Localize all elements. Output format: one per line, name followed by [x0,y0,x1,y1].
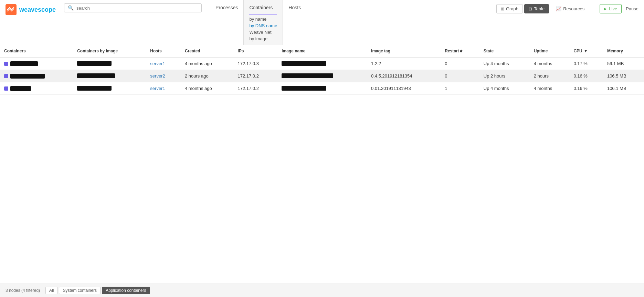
col-hosts[interactable]: Hosts [146,45,181,57]
cell-image-tag: 0.4.5.201912181354 [367,70,441,82]
pause-label: Pause [626,6,638,11]
nav-item-processes[interactable]: Processes [210,0,243,14]
col-image-tag[interactable]: Image tag [367,45,441,57]
table-button[interactable]: ⊟ Table [524,4,549,13]
cell-cpu: 0.16 % [569,70,603,82]
cell-created: 4 months ago [181,57,234,70]
cell-state: Up 4 months [479,57,530,70]
data-table: Containers Containers by image Hosts Cre… [0,45,644,95]
server-link[interactable]: server1 [150,61,165,66]
nav-label-hosts: Hosts [288,5,301,14]
logo-text: weavescope [19,6,56,13]
live-button[interactable]: ▶ Live [600,4,622,13]
main-content: Containers Containers by image Hosts Cre… [0,45,644,284]
nav-label-processes: Processes [215,5,238,14]
header-row: Containers Containers by image Hosts Cre… [0,45,644,57]
cell-uptime: 4 months [530,82,570,95]
col-uptime[interactable]: Uptime [530,45,570,57]
cell-cpu: 0.16 % [569,82,603,95]
containers-dropdown: by name by DNS name Weave Net by image [249,14,277,45]
image-name-text [282,61,326,66]
resources-icon: 📈 [556,6,561,11]
cell-image-name [277,57,367,70]
search-icon: 🔍 [68,5,74,11]
filter-tabs: All System containers Application contai… [45,287,150,294]
cell-ip: 172.17.0.2 [234,70,278,82]
filter-tab-all[interactable]: All [45,287,57,294]
container-by-image-text [77,61,112,66]
cell-image-name [277,70,367,82]
table-row: server1 4 months ago 172.17.0.2 0.01.201… [0,82,644,95]
cell-container-name [0,82,73,95]
col-state[interactable]: State [479,45,530,57]
table-body: server1 4 months ago 172.17.0.3 1.2.2 0 … [0,57,644,95]
col-ips[interactable]: IPs [234,45,278,57]
cell-restart: 1 [441,82,479,95]
filter-info: 3 nodes (4 filtered) [6,288,40,293]
cell-restart: 0 [441,70,479,82]
container-color-dot [4,86,8,91]
cell-memory: 106.5 MB [603,70,644,82]
graph-button[interactable]: ⊞ Graph [496,4,523,13]
image-name-text [282,73,333,78]
col-created[interactable]: Created [181,45,234,57]
table-row: server1 4 months ago 172.17.0.3 1.2.2 0 … [0,57,644,70]
image-name-text [282,86,326,91]
container-by-image-text [77,73,115,78]
cell-image-name [277,82,367,95]
nav-label-containers: Containers [249,5,277,14]
search-box: 🔍 [64,3,202,12]
col-memory[interactable]: Memory [603,45,644,57]
sub-item-by-name[interactable]: by name [249,16,277,22]
search-input[interactable] [76,6,198,11]
cell-host[interactable]: server1 [146,82,181,95]
container-color-dot [4,74,8,78]
live-label: Live [609,6,617,11]
cell-container-by-image [73,57,146,70]
view-modes: ⊞ Graph ⊟ Table 📈 Resources [496,0,589,18]
cell-container-name [0,70,73,82]
sub-item-weave-net[interactable]: Weave Net [249,29,277,35]
nav-item-hosts[interactable]: Hosts [283,0,306,14]
cell-ip: 172.17.0.3 [234,57,278,70]
logo: weavescope [6,0,61,19]
table-header: Containers Containers by image Hosts Cre… [0,45,644,57]
live-area: ▶ Live Pause [594,0,638,18]
container-name-text [10,86,31,91]
cell-container-by-image [73,70,146,82]
nav-item-containers[interactable]: Containers by name by DNS name Weave Net… [243,0,283,45]
navbar: weavescope 🔍 Processes Containers by nam… [0,0,644,45]
col-containers-by-image[interactable]: Containers by image [73,45,146,57]
sub-item-by-dns[interactable]: by DNS name [249,22,277,29]
filter-tab-application[interactable]: Application containers [102,287,150,294]
resources-button[interactable]: 📈 Resources [552,4,589,13]
cell-state: Up 4 months [479,82,530,95]
cell-host[interactable]: server1 [146,57,181,70]
sub-item-by-image[interactable]: by image [249,35,277,42]
col-cpu[interactable]: CPU▼ [569,45,603,57]
graph-label: Graph [506,6,518,11]
col-containers[interactable]: Containers [0,45,73,57]
play-icon: ▶ [604,7,607,11]
cell-image-tag: 1.2.2 [367,57,441,70]
cell-cpu: 0.17 % [569,57,603,70]
col-restart-num[interactable]: Restart # [441,45,479,57]
server-link[interactable]: server2 [150,73,165,79]
container-name-text [10,74,45,79]
col-image-name[interactable]: Image name [277,45,367,57]
cell-ip: 172.17.0.2 [234,82,278,95]
cell-memory: 106.1 MB [603,82,644,95]
table-row: server2 2 hours ago 172.17.0.2 0.4.5.201… [0,70,644,82]
footer: 3 nodes (4 filtered) All System containe… [0,284,644,297]
server-link[interactable]: server1 [150,86,165,91]
cell-created: 4 months ago [181,82,234,95]
cell-restart: 0 [441,57,479,70]
sort-arrow-cpu: ▼ [584,49,588,53]
pause-button[interactable]: Pause [626,6,638,11]
cell-host[interactable]: server2 [146,70,181,82]
cell-state: Up 2 hours [479,70,530,82]
cell-container-by-image [73,82,146,95]
filter-tab-system[interactable]: System containers [59,287,101,294]
table-icon: ⊟ [529,7,532,11]
logo-icon [6,4,17,15]
